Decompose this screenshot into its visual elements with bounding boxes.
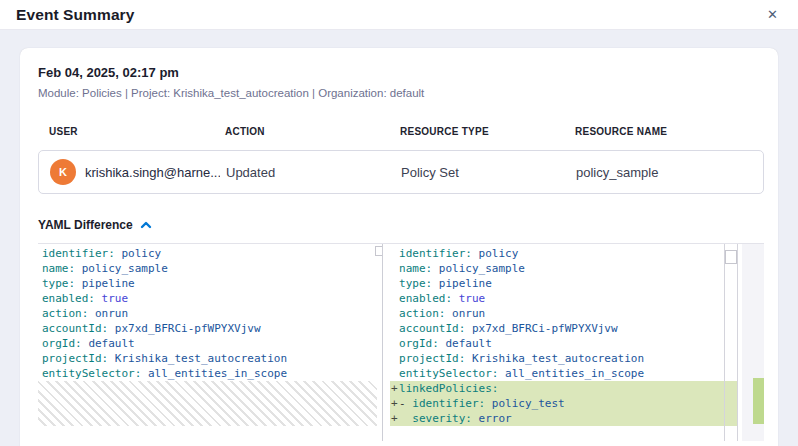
diff-line-added: +- identifier: policy_test	[390, 396, 737, 411]
yaml-value: default	[88, 337, 134, 350]
diff-line: type: pipeline	[390, 276, 737, 291]
diff-line: projectId: Krishika_test_autocreation	[38, 351, 382, 366]
diff-line: identifier: policy	[38, 246, 382, 261]
yaml-value: policy_sample	[439, 262, 525, 275]
yaml-value: onrun	[452, 307, 485, 320]
diff-line: enabled: true	[390, 291, 737, 306]
diff-pane-old[interactable]: identifier: policyname: policy_sampletyp…	[38, 244, 383, 441]
action-cell: Updated	[226, 165, 401, 180]
close-icon[interactable]: ✕	[763, 6, 782, 23]
yaml-value: onrun	[95, 307, 128, 320]
diff-line: identifier: policy	[390, 246, 737, 261]
diff-line: enabled: true	[38, 291, 382, 306]
event-context: Module: Policies | Project: Krishika_tes…	[38, 87, 764, 99]
user-cell: K krishika.singh@harne...	[50, 159, 226, 185]
event-summary-card: Feb 04, 2025, 02:17 pm Module: Policies …	[20, 48, 778, 446]
user-email: krishika.singh@harne...	[85, 165, 220, 180]
yaml-value: policy	[479, 247, 519, 260]
yaml-value: all_entities_in_scope	[148, 367, 287, 380]
resource-type-cell: Policy Set	[401, 165, 576, 180]
yaml-key: entitySelector:	[42, 367, 141, 380]
diff-line-added: +linkedPolicies:	[390, 381, 737, 396]
yaml-value: pipeline	[82, 277, 135, 290]
column-header-user: USER	[49, 126, 225, 137]
diff-overview-ruler[interactable]	[742, 244, 764, 441]
yaml-key: accountId:	[399, 322, 465, 335]
yaml-key: linkedPolicies:	[399, 382, 498, 395]
page-background: Feb 04, 2025, 02:17 pm Module: Policies …	[0, 30, 798, 446]
added-line-prefix: +	[391, 411, 398, 426]
diff-line: type: pipeline	[38, 276, 382, 291]
yaml-value: px7xd_BFRCi-pfWPYXVjvw	[472, 322, 618, 335]
yaml-key: identifier:	[412, 397, 485, 410]
yaml-value: true	[102, 292, 129, 305]
yaml-key: severity:	[412, 412, 472, 425]
added-lines-marker	[753, 378, 764, 424]
yaml-value: pipeline	[439, 277, 492, 290]
column-header-resource-type: RESOURCE TYPE	[400, 126, 575, 137]
yaml-key: enabled:	[399, 292, 452, 305]
yaml-key: type:	[399, 277, 432, 290]
diff-line: orgId: default	[38, 336, 382, 351]
yaml-value: true	[459, 292, 486, 305]
yaml-value: policy_test	[492, 397, 565, 410]
yaml-key: entitySelector:	[399, 367, 498, 380]
yaml-key: type:	[42, 277, 75, 290]
title-bar: Event Summary ✕	[0, 0, 798, 30]
yaml-value: policy_sample	[82, 262, 168, 275]
diff-line-added: + severity: error	[390, 411, 737, 426]
yaml-key: identifier:	[399, 247, 472, 260]
audit-table-header: USER ACTION RESOURCE TYPE RESOURCE NAME	[38, 126, 764, 137]
yaml-key: projectId:	[42, 352, 108, 365]
avatar: K	[50, 159, 76, 185]
yaml-key: action:	[399, 307, 445, 320]
diff-line: entitySelector: all_entities_in_scope	[390, 366, 737, 381]
yaml-key: projectId:	[399, 352, 465, 365]
diff-pane-new[interactable]: identifier: policyname: policy_sampletyp…	[390, 244, 738, 441]
added-line-prefix: +	[391, 396, 398, 411]
yaml-value: Krishika_test_autocreation	[115, 352, 287, 365]
chevron-up-icon	[140, 221, 152, 229]
yaml-difference-toggle[interactable]: YAML Difference	[38, 218, 152, 232]
diff-line: accountId: px7xd_BFRCi-pfWPYXVjvw	[38, 321, 382, 336]
diff-line: orgId: default	[390, 336, 737, 351]
yaml-diff-viewer: identifier: policyname: policy_sampletyp…	[38, 243, 764, 441]
diff-line: entitySelector: all_entities_in_scope	[38, 366, 382, 381]
yaml-difference-label: YAML Difference	[38, 218, 133, 232]
diff-line: accountId: px7xd_BFRCi-pfWPYXVjvw	[390, 321, 737, 336]
yaml-key: name:	[42, 262, 75, 275]
yaml-key: enabled:	[42, 292, 95, 305]
yaml-key: name:	[399, 262, 432, 275]
diff-line: projectId: Krishika_test_autocreation	[390, 351, 737, 366]
yaml-value: default	[445, 337, 491, 350]
yaml-value: px7xd_BFRCi-pfWPYXVjvw	[115, 322, 261, 335]
diff-line: name: policy_sample	[38, 261, 382, 276]
yaml-key: orgId:	[399, 337, 439, 350]
page-title: Event Summary	[16, 6, 134, 24]
yaml-value: policy	[121, 247, 161, 260]
yaml-value: all_entities_in_scope	[505, 367, 644, 380]
diff-pane-divider	[383, 244, 390, 441]
yaml-key: accountId:	[42, 322, 108, 335]
resource-name-cell: policy_sample	[576, 165, 763, 180]
event-timestamp: Feb 04, 2025, 02:17 pm	[38, 65, 764, 80]
diff-line: action: onrun	[38, 306, 382, 321]
column-header-action: ACTION	[225, 126, 400, 137]
missing-lines-placeholder	[38, 381, 377, 426]
column-header-resource-name: RESOURCE NAME	[575, 126, 764, 137]
diff-line: name: policy_sample	[390, 261, 737, 276]
yaml-value: error	[479, 412, 512, 425]
yaml-key: action:	[42, 307, 88, 320]
table-row: K krishika.singh@harne... Updated Policy…	[38, 150, 764, 194]
added-line-prefix: +	[391, 381, 398, 396]
yaml-key: orgId:	[42, 337, 82, 350]
yaml-value: Krishika_test_autocreation	[472, 352, 644, 365]
diff-line: action: onrun	[390, 306, 737, 321]
yaml-key: identifier:	[42, 247, 115, 260]
